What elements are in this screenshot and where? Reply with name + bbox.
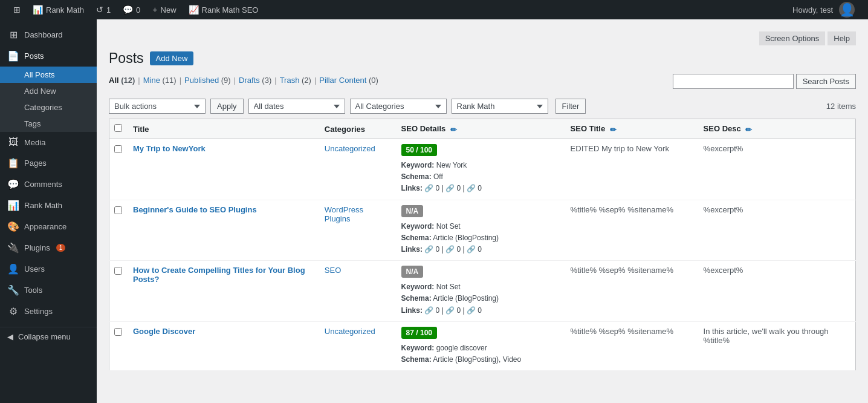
subnav-published[interactable]: Published (9) [184,76,231,85]
adminbar-comments[interactable]: 💬 0 [117,0,146,19]
row-checkbox-cell[interactable] [109,261,128,322]
sidebar-item-plugins[interactable]: 🔌 Plugins 1 [0,237,97,258]
subnav: All (12) | Mine (11) | Published (9) | D… [109,76,378,85]
seo-title-edit-icon[interactable]: ✏ [610,125,618,134]
post-title-link[interactable]: Google Discover [133,327,195,336]
sidebar-item-label: Plugins [24,243,50,252]
sidebar-item-label: Settings [24,307,53,316]
seo-keyword: Keyword: Not Set [401,221,559,232]
sidebar-item-label: Pages [24,159,47,168]
appearance-icon: 🎨 [7,221,19,232]
sidebar-item-add-new[interactable]: Add New [0,83,97,99]
sidebar-item-tags[interactable]: Tags [0,116,97,132]
screen-options-button[interactable]: Screen Options [759,31,826,45]
main-content: Screen Options Help Posts Add New All (1… [97,19,868,403]
table-row: How to Create Compelling Titles for Your… [109,261,856,322]
post-seo-desc-cell: %excerpt% [698,200,856,261]
seo-schema: Schema: Article (BlogPosting) [401,232,559,244]
subnav-mine[interactable]: Mine (11) [143,76,177,85]
adminbar-updates[interactable]: ↺ 1 [90,0,117,19]
post-category-link[interactable]: SEO [325,266,341,275]
collapse-menu[interactable]: ◀ Collapse menu [0,327,97,346]
search-posts-button[interactable]: Search Posts [796,74,856,89]
seo-score-badge: 50 / 100 [401,144,437,156]
sidebar-item-settings[interactable]: ⚙ Settings [0,301,97,322]
seo-desc-edit-icon[interactable]: ✏ [745,125,754,134]
rank-math-seo-icon: 📈 [189,5,199,15]
items-count: 12 items [826,102,856,111]
help-button[interactable]: Help [828,31,856,45]
adminbar-howdy: Howdy, test 👤 [786,2,861,18]
sidebar-item-pages[interactable]: 📋 Pages [0,152,97,174]
post-title-link[interactable]: Beginner's Guide to SEO Plugins [133,205,257,214]
sidebar-item-dashboard[interactable]: ⊞ Dashboard [0,24,97,45]
post-title-cell: My Trip to NewYork [127,139,319,200]
post-categories-cell: WordPress Plugins [319,200,395,261]
sidebar-item-rank-math[interactable]: 📊 Rank Math [0,195,97,216]
apply-button[interactable]: Apply [210,99,244,114]
user-avatar: 👤 [839,2,855,18]
categories-label: Categories [24,103,62,112]
sidebar-item-media[interactable]: 🖼 Media [0,132,97,152]
all-categories-select[interactable]: All Categories [350,99,447,114]
tags-label: Tags [24,119,40,128]
adminbar-new-label: New [161,5,177,15]
seo-details-edit-icon[interactable]: ✏ [450,125,459,134]
subnav-all[interactable]: All (12) [109,76,135,85]
new-icon: + [152,5,157,15]
page-header: Posts Add New [109,50,856,67]
seo-meta: Keyword: Not Set Schema: Article (BlogPo… [401,221,559,256]
sidebar-item-tools[interactable]: 🔧 Tools [0,280,97,301]
row-checkbox-cell[interactable] [109,139,128,200]
header-seo-desc: SEO Desc ✏ [698,119,856,139]
adminbar-new[interactable]: + New [146,0,182,19]
post-categories-cell: Uncategorized [319,139,395,200]
rank-math-menu-icon: 📊 [7,200,19,211]
bulk-actions-select[interactable]: Bulk actions [109,99,206,114]
subnav-trash[interactable]: Trash (2) [280,76,311,85]
post-seo-details-cell: 87 / 100 Keyword: google discover Schema… [395,321,565,370]
post-category-link[interactable]: Uncategorized [325,144,375,153]
subnav-pillar[interactable]: Pillar Content (0) [319,76,378,85]
posts-submenu: All Posts Add New Categories Tags [0,67,97,132]
seo-score-badge: 87 / 100 [401,327,437,339]
select-all-checkbox[interactable] [114,124,122,132]
seo-schema: Schema: Article (BlogPosting) [401,293,559,304]
subnav-drafts[interactable]: Drafts (3) [239,76,271,85]
row-checkbox[interactable] [114,206,122,214]
adminbar-wp-logo[interactable]: ⊞ [7,0,27,19]
sidebar-item-posts[interactable]: 📄 Posts [0,45,97,67]
rank-math-select[interactable]: Rank Math [452,99,548,114]
add-new-button[interactable]: Add New [150,51,194,65]
row-checkbox[interactable] [114,328,122,336]
rank-math-icon: 📊 [33,5,43,15]
search-input[interactable] [673,74,794,89]
post-seo-title-cell: EDITED My trip to New York [565,139,698,200]
adminbar-rank-math-label: Rank Math [46,5,84,15]
sidebar-item-label: Appearance [24,222,66,231]
sidebar-item-comments[interactable]: 💬 Comments [0,174,97,195]
adminbar-rank-math[interactable]: 📊 Rank Math [27,0,90,19]
post-title-link[interactable]: My Trip to NewYork [133,144,206,153]
header-checkbox[interactable] [109,119,128,139]
post-category-link[interactable]: Uncategorized [325,327,375,336]
row-checkbox-cell[interactable] [109,200,128,261]
seo-links: Links: 🔗 0 | 🔗 0 | 🔗 0 [401,244,559,255]
tablenav: Bulk actions Apply All dates All Categor… [109,99,856,114]
table-row: Google Discover Uncategorized 87 / 100 K… [109,321,856,370]
row-checkbox-cell[interactable] [109,321,128,370]
sidebar-item-users[interactable]: 👤 Users [0,258,97,280]
sidebar-item-categories[interactable]: Categories [0,99,97,116]
filter-button[interactable]: Filter [555,99,586,114]
all-dates-select[interactable]: All dates [248,99,345,114]
sidebar-item-appearance[interactable]: 🎨 Appearance [0,216,97,237]
adminbar-rank-math-seo[interactable]: 📈 Rank Math SEO [183,0,265,19]
adminbar-rank-math-seo-label: Rank Math SEO [202,5,259,15]
header-title: Title [127,119,319,139]
sidebar-item-all-posts[interactable]: All Posts [0,67,97,83]
post-title-link[interactable]: How to Create Compelling Titles for Your… [133,266,305,284]
page-title: Posts [109,50,144,67]
row-checkbox[interactable] [114,145,122,153]
post-category-link[interactable]: WordPress Plugins [325,205,363,223]
row-checkbox[interactable] [114,267,122,275]
